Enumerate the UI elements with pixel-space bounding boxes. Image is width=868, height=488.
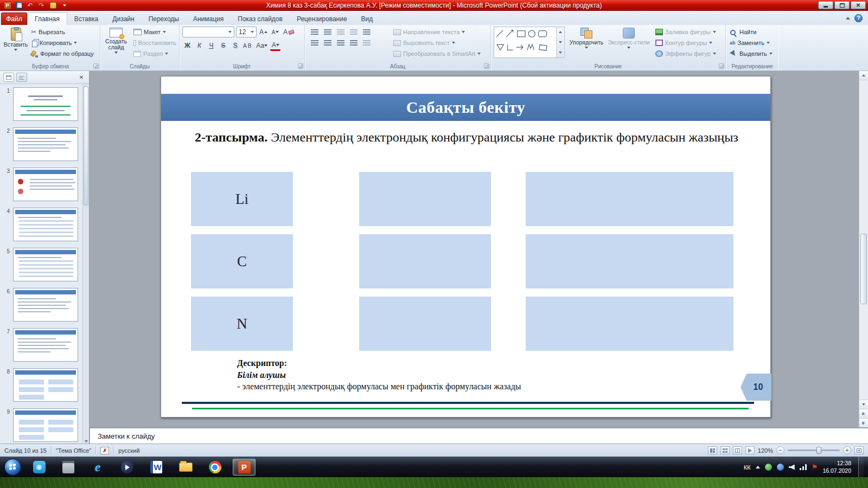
format-painter-button[interactable]: Формат по образцу <box>29 48 99 59</box>
language-indicator[interactable]: русский <box>118 447 139 454</box>
pane-scroll-down-icon[interactable] <box>83 440 89 442</box>
config-box-row2[interactable] <box>359 234 491 288</box>
reading-view-button[interactable] <box>733 446 742 454</box>
italic-button[interactable]: К <box>194 40 205 51</box>
slide-title-band[interactable]: Сабақты бекіту <box>161 94 770 121</box>
tab-animations[interactable]: Анимация <box>186 12 231 25</box>
slide-thumbnail-6[interactable]: 6 <box>1 288 82 323</box>
task-text-block[interactable]: 2-тапсырма. Элементтердің электрондық ко… <box>195 129 748 147</box>
align-center-button[interactable] <box>322 38 334 48</box>
volume-icon[interactable] <box>789 465 795 470</box>
dialog-launcher-icon[interactable]: ◿ <box>298 63 303 69</box>
outline-tab-button[interactable] <box>16 73 27 82</box>
slide-thumbnail-4[interactable]: 4 <box>1 208 82 242</box>
help-icon[interactable]: ? <box>854 14 863 22</box>
minimize-button[interactable] <box>818 1 833 9</box>
change-case-button[interactable]: Аа <box>255 40 269 51</box>
pane-scrollbar[interactable] <box>82 84 89 444</box>
select-button[interactable]: Выделить <box>728 48 777 59</box>
taskbar-app-explorer[interactable] <box>174 459 197 476</box>
slide-thumbnail-2[interactable]: 2 <box>1 127 82 162</box>
font-color-button[interactable]: А <box>270 40 280 51</box>
zoom-slider[interactable] <box>788 450 840 451</box>
dialog-launcher-icon[interactable]: ◿ <box>484 63 489 69</box>
start-button[interactable] <box>4 459 21 476</box>
strikethrough-button[interactable]: S <box>218 40 228 51</box>
slide-thumbnail-5[interactable]: 5 <box>1 248 82 282</box>
copy-button[interactable]: Копировать <box>29 37 99 48</box>
increase-indent-button[interactable] <box>348 27 360 37</box>
underline-button[interactable]: Ч <box>206 40 216 51</box>
theme-name[interactable]: "Тема Office" <box>56 447 91 454</box>
gallery-down-icon[interactable] <box>557 37 564 48</box>
section-button[interactable]: Раздел <box>132 48 178 59</box>
slide-thumbnail-1[interactable]: 1 <box>1 87 82 122</box>
new-slide-button[interactable]: Создать слайд <box>103 26 130 61</box>
replace-button[interactable]: abЗаменить <box>728 37 777 48</box>
taskbar-app-utility[interactable] <box>57 459 80 476</box>
network-icon[interactable] <box>800 464 807 470</box>
zoom-in-button[interactable]: + <box>843 446 851 454</box>
taskbar-app-powerpoint[interactable]: P <box>233 459 256 476</box>
qat-customize-button[interactable] <box>60 1 69 9</box>
qat-extra-button[interactable] <box>48 1 58 9</box>
action-center-flag-icon[interactable]: ⚑ <box>812 464 818 471</box>
find-button[interactable]: Найти <box>728 27 777 37</box>
tab-slideshow[interactable]: Показ слайдов <box>231 12 290 25</box>
undo-button[interactable]: ↶ <box>25 1 35 9</box>
convert-smartart-button[interactable]: Преобразовать в SmartArt <box>392 48 488 59</box>
previous-slide-button[interactable]: « <box>859 409 868 418</box>
graphic-box-row1[interactable] <box>526 172 733 226</box>
gallery-up-icon[interactable] <box>557 27 564 37</box>
element-box-n[interactable]: N <box>191 297 293 351</box>
graphic-box-row2[interactable] <box>526 234 733 288</box>
redo-button[interactable]: ↷ <box>37 1 46 9</box>
reset-button[interactable]: Восстановить <box>132 37 178 48</box>
element-box-li[interactable]: Li <box>191 172 293 226</box>
line-spacing-button[interactable] <box>361 27 373 37</box>
slides-tab-button[interactable] <box>3 73 14 82</box>
normal-view-button[interactable] <box>708 446 717 454</box>
fit-to-window-button[interactable] <box>854 446 864 454</box>
arrange-button[interactable]: Упорядочить <box>568 26 605 61</box>
taskbar-app-word[interactable]: W <box>145 459 168 476</box>
pane-close-button[interactable]: ✕ <box>77 73 86 82</box>
taskbar-app-ie[interactable]: e <box>86 459 109 476</box>
descriptor-block[interactable]: Дескриптор: Білім алушы - элементтердің … <box>237 357 521 393</box>
bullets-button[interactable] <box>309 27 321 37</box>
gallery-more-icon[interactable] <box>557 47 564 57</box>
slide-thumbnail-7[interactable]: 7 <box>1 328 82 363</box>
graphic-box-row3[interactable] <box>526 297 733 351</box>
numbering-button[interactable] <box>322 27 334 37</box>
save-button[interactable] <box>14 1 23 9</box>
dialog-launcher-icon[interactable]: ◿ <box>93 63 99 69</box>
font-name-select[interactable] <box>182 27 234 37</box>
clear-formatting-button[interactable]: А <box>282 27 295 37</box>
show-desktop-button[interactable] <box>858 457 864 478</box>
cut-button[interactable]: ✂Вырезать <box>29 27 99 37</box>
font-size-select[interactable]: 12 <box>236 27 257 37</box>
taskbar-clock[interactable]: 12:38 16.07.2020 <box>822 460 853 474</box>
pane-scrollbar-thumb[interactable] <box>84 86 88 206</box>
element-box-c[interactable]: C <box>191 234 293 288</box>
slide-sorter-view-button[interactable] <box>720 446 730 454</box>
shape-outline-button[interactable]: Контур фигуры <box>654 37 724 48</box>
justify-button[interactable] <box>348 38 360 48</box>
dialog-launcher-icon[interactable]: ◿ <box>719 63 724 69</box>
shapes-gallery[interactable] <box>494 27 565 58</box>
tab-design[interactable]: Дизайн <box>105 12 141 25</box>
notes-area[interactable]: Заметки к слайду <box>90 427 868 444</box>
text-shadow-button[interactable]: S <box>230 40 240 51</box>
text-direction-button[interactable]: Направление текста <box>392 27 488 37</box>
zoom-level[interactable]: 120% <box>758 447 773 454</box>
hidden-icons-chevron[interactable] <box>756 466 760 468</box>
minimize-ribbon-icon[interactable] <box>846 17 850 20</box>
language-switcher[interactable]: КК <box>744 464 751 471</box>
slideshow-view-button[interactable] <box>745 446 755 454</box>
align-text-button[interactable]: Выровнять текст <box>392 37 488 48</box>
app-menu-button[interactable]: P <box>3 1 12 9</box>
editor-scrollbar[interactable]: « » <box>859 71 868 427</box>
zoom-slider-thumb[interactable] <box>816 447 821 454</box>
grow-font-button[interactable]: А <box>258 27 269 37</box>
tab-file[interactable]: Файл <box>1 12 27 25</box>
